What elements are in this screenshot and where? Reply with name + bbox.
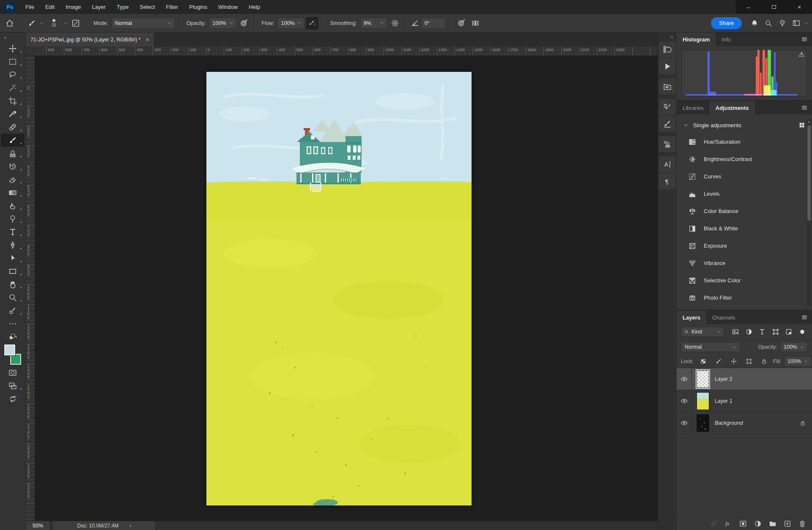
adjustment-hue-saturation[interactable]: Hue/Saturation [677,133,812,150]
quick-mask-button[interactable] [1,366,25,379]
brush-settings-panel-button[interactable] [659,99,676,115]
document-tab[interactable]: 71-JO+PSPwL.jpg @ 50% (Layer 2, RGB/8#) … [26,33,154,46]
lock-transparent-pixels[interactable] [698,356,709,366]
menu-item[interactable]: Layer [87,0,112,14]
link-layers-button[interactable] [709,519,718,528]
brush-tool[interactable] [1,134,25,147]
libraries-panel-button[interactable] [659,79,676,95]
type-tool[interactable] [1,225,25,238]
discover-button[interactable] [776,17,789,30]
menu-item[interactable]: Plugins [184,0,213,14]
tab-histogram[interactable]: Histogram [677,33,716,46]
adjustment-black-white[interactable]: Black & White [677,220,812,237]
delete-layer-button[interactable] [798,519,807,528]
history-brush-tool[interactable] [1,160,25,173]
tab-channels[interactable]: Channels [706,311,741,324]
lock-all[interactable] [759,356,770,366]
zoom-tool[interactable] [1,291,25,304]
maximize-button[interactable] [761,0,787,14]
layer-fill-input[interactable]: 100% [784,356,812,366]
brush-angle-input[interactable]: 0° [421,18,446,29]
pen-tool[interactable] [1,238,25,251]
collapse-toolbar-button[interactable]: » [0,33,25,42]
expand-panels-button[interactable]: ‹‹ [658,33,677,41]
canvas-document[interactable] [206,72,472,505]
flow-select[interactable]: 100% [277,18,304,29]
layer-row-background[interactable]: Background [677,412,812,434]
edit-toolbar-button[interactable] [1,317,25,330]
menu-item[interactable]: Image [60,0,86,14]
layers-panel-menu[interactable] [797,311,812,324]
smoothing-select[interactable]: 9% [360,18,387,29]
tab-libraries[interactable]: Libraries [677,101,710,115]
filter-pixel-layers[interactable] [730,327,741,337]
object-selection-tool[interactable] [1,81,25,94]
rectangle-tool[interactable] [1,265,25,278]
dodge-tool[interactable] [1,212,25,225]
close-document-button[interactable]: × [145,36,149,43]
actions-panel-button[interactable] [659,58,676,74]
menu-item[interactable]: Edit [40,0,60,14]
eraser-tool[interactable] [1,173,25,186]
tab-layers[interactable]: Layers [677,311,706,324]
adjustment-vibrance[interactable]: Vibrance [677,254,812,272]
layer-opacity-input[interactable]: 100% [780,342,808,352]
adjustment-photo-filter[interactable]: Photo Filter [677,289,812,306]
filter-adjustment-layers[interactable] [743,327,754,337]
adjustment-curves[interactable]: Curves [677,168,812,185]
gradient-tool[interactable] [1,186,25,199]
chevron-down-icon[interactable] [804,21,809,25]
layer-effects-button[interactable]: fx [724,519,732,528]
pasteboard[interactable] [35,56,658,521]
layer-visibility-toggle[interactable] [677,412,692,434]
new-group-button[interactable] [768,519,777,528]
toggle-brush-settings-button[interactable] [69,17,82,30]
layer-blend-mode-select[interactable]: Normal [681,342,740,352]
adjustments-scrollbar[interactable]: ▲ [807,119,811,306]
chevron-down-icon[interactable] [39,21,44,25]
mixer-brush-tool[interactable] [1,304,25,317]
smudge-tool[interactable] [1,199,25,212]
path-selection-tool[interactable] [1,251,25,265]
notifications-button[interactable] [748,17,761,30]
grid-view-icon[interactable] [798,122,805,128]
single-adjustments-header[interactable]: Single adjustments [677,117,812,133]
lasso-tool[interactable] [1,68,25,81]
menu-item[interactable]: Type [111,0,134,14]
airbrush-button[interactable] [306,17,318,30]
photoshop-logo-icon[interactable]: Ps [4,2,16,12]
menu-item[interactable]: File [20,0,40,14]
scroll-up-icon[interactable]: ▲ [807,120,810,123]
default-colors-button[interactable] [1,330,25,343]
clone-stamp-tool[interactable] [1,147,25,160]
pressure-size-button[interactable] [455,17,468,30]
tool-preset-button[interactable] [25,17,38,30]
share-button[interactable]: Share [711,17,742,29]
layer-thumbnail[interactable] [697,392,709,410]
adjustment-exposure[interactable]: Exposure [677,237,812,254]
opacity-select[interactable]: 100% [209,18,236,29]
filter-type-layers[interactable] [757,327,768,337]
new-adjustment-layer-button[interactable] [753,519,762,528]
adjustment-selective-color[interactable]: Selective Color [677,272,812,289]
zoom-level-field[interactable]: 50% [26,521,50,530]
move-tool[interactable] [1,42,25,55]
capture-extension-button[interactable] [1,392,25,405]
layer-visibility-toggle[interactable] [677,368,692,390]
menu-item[interactable]: Filter [160,0,184,14]
character-panel-button[interactable]: A [659,156,676,172]
adjustment-levels[interactable]: Levels [677,185,812,202]
ruler-origin-corner[interactable] [26,46,35,56]
blend-mode-select[interactable]: Normal [112,18,175,29]
brush-preset-picker[interactable]: 15 [45,16,62,31]
filter-toggle[interactable] [797,327,808,337]
minimize-button[interactable]: – [736,0,761,14]
brushes-panel-button[interactable] [659,116,676,132]
layer-visibility-toggle[interactable] [677,390,692,412]
chevron-down-icon[interactable] [63,21,68,25]
tab-info[interactable]: Info [716,33,737,46]
paragraph-panel-button[interactable]: ¶ [659,173,676,189]
search-button[interactable] [762,17,775,30]
menu-item[interactable]: Select [134,0,160,14]
adjustments-panel-menu[interactable] [797,101,812,115]
